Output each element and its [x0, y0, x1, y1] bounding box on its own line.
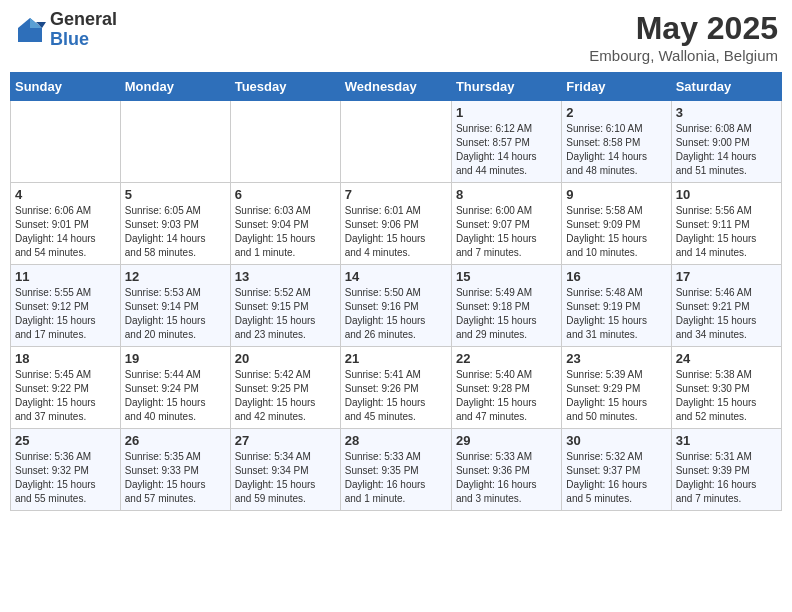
day-number: 22: [456, 351, 557, 366]
cell-w5-d4: 29Sunrise: 5:33 AMSunset: 9:36 PMDayligh…: [451, 429, 561, 511]
day-info: Sunrise: 6:03 AMSunset: 9:04 PMDaylight:…: [235, 204, 336, 260]
cell-w3-d5: 16Sunrise: 5:48 AMSunset: 9:19 PMDayligh…: [562, 265, 671, 347]
cell-w1-d2: [230, 101, 340, 183]
week-row-4: 18Sunrise: 5:45 AMSunset: 9:22 PMDayligh…: [11, 347, 782, 429]
cell-w1-d4: 1Sunrise: 6:12 AMSunset: 8:57 PMDaylight…: [451, 101, 561, 183]
page-header: General Blue May 2025 Embourg, Wallonia,…: [10, 10, 782, 64]
cell-w5-d6: 31Sunrise: 5:31 AMSunset: 9:39 PMDayligh…: [671, 429, 781, 511]
cell-w2-d0: 4Sunrise: 6:06 AMSunset: 9:01 PMDaylight…: [11, 183, 121, 265]
day-info: Sunrise: 5:48 AMSunset: 9:19 PMDaylight:…: [566, 286, 666, 342]
day-number: 29: [456, 433, 557, 448]
day-number: 12: [125, 269, 226, 284]
day-number: 10: [676, 187, 777, 202]
cell-w3-d6: 17Sunrise: 5:46 AMSunset: 9:21 PMDayligh…: [671, 265, 781, 347]
day-number: 14: [345, 269, 447, 284]
day-info: Sunrise: 5:33 AMSunset: 9:36 PMDaylight:…: [456, 450, 557, 506]
day-number: 13: [235, 269, 336, 284]
day-number: 3: [676, 105, 777, 120]
cell-w1-d3: [340, 101, 451, 183]
day-number: 20: [235, 351, 336, 366]
day-info: Sunrise: 5:38 AMSunset: 9:30 PMDaylight:…: [676, 368, 777, 424]
cell-w1-d1: [120, 101, 230, 183]
week-row-5: 25Sunrise: 5:36 AMSunset: 9:32 PMDayligh…: [11, 429, 782, 511]
cell-w5-d5: 30Sunrise: 5:32 AMSunset: 9:37 PMDayligh…: [562, 429, 671, 511]
cell-w2-d4: 8Sunrise: 6:00 AMSunset: 9:07 PMDaylight…: [451, 183, 561, 265]
day-number: 2: [566, 105, 666, 120]
day-number: 16: [566, 269, 666, 284]
day-info: Sunrise: 5:35 AMSunset: 9:33 PMDaylight:…: [125, 450, 226, 506]
day-number: 8: [456, 187, 557, 202]
cell-w4-d2: 20Sunrise: 5:42 AMSunset: 9:25 PMDayligh…: [230, 347, 340, 429]
cell-w2-d6: 10Sunrise: 5:56 AMSunset: 9:11 PMDayligh…: [671, 183, 781, 265]
day-info: Sunrise: 5:56 AMSunset: 9:11 PMDaylight:…: [676, 204, 777, 260]
cell-w5-d3: 28Sunrise: 5:33 AMSunset: 9:35 PMDayligh…: [340, 429, 451, 511]
logo-text: General Blue: [50, 10, 117, 50]
cell-w5-d1: 26Sunrise: 5:35 AMSunset: 9:33 PMDayligh…: [120, 429, 230, 511]
cell-w2-d1: 5Sunrise: 6:05 AMSunset: 9:03 PMDaylight…: [120, 183, 230, 265]
day-info: Sunrise: 5:45 AMSunset: 9:22 PMDaylight:…: [15, 368, 116, 424]
cell-w4-d1: 19Sunrise: 5:44 AMSunset: 9:24 PMDayligh…: [120, 347, 230, 429]
day-number: 31: [676, 433, 777, 448]
title-area: May 2025 Embourg, Wallonia, Belgium: [589, 10, 778, 64]
day-number: 25: [15, 433, 116, 448]
day-info: Sunrise: 5:42 AMSunset: 9:25 PMDaylight:…: [235, 368, 336, 424]
day-number: 6: [235, 187, 336, 202]
logo-general: General: [50, 10, 117, 30]
logo-blue: Blue: [50, 30, 117, 50]
day-number: 5: [125, 187, 226, 202]
cell-w3-d1: 12Sunrise: 5:53 AMSunset: 9:14 PMDayligh…: [120, 265, 230, 347]
cell-w5-d2: 27Sunrise: 5:34 AMSunset: 9:34 PMDayligh…: [230, 429, 340, 511]
day-number: 1: [456, 105, 557, 120]
day-number: 15: [456, 269, 557, 284]
cell-w1-d5: 2Sunrise: 6:10 AMSunset: 8:58 PMDaylight…: [562, 101, 671, 183]
logo-icon: [14, 14, 46, 46]
cell-w1-d0: [11, 101, 121, 183]
cell-w2-d3: 7Sunrise: 6:01 AMSunset: 9:06 PMDaylight…: [340, 183, 451, 265]
day-info: Sunrise: 6:00 AMSunset: 9:07 PMDaylight:…: [456, 204, 557, 260]
cell-w4-d3: 21Sunrise: 5:41 AMSunset: 9:26 PMDayligh…: [340, 347, 451, 429]
calendar-header: Sunday Monday Tuesday Wednesday Thursday…: [11, 73, 782, 101]
header-wednesday: Wednesday: [340, 73, 451, 101]
header-tuesday: Tuesday: [230, 73, 340, 101]
day-info: Sunrise: 5:50 AMSunset: 9:16 PMDaylight:…: [345, 286, 447, 342]
day-number: 23: [566, 351, 666, 366]
day-number: 24: [676, 351, 777, 366]
day-info: Sunrise: 6:05 AMSunset: 9:03 PMDaylight:…: [125, 204, 226, 260]
day-number: 21: [345, 351, 447, 366]
day-number: 27: [235, 433, 336, 448]
logo: General Blue: [14, 10, 117, 50]
day-number: 7: [345, 187, 447, 202]
calendar-body: 1Sunrise: 6:12 AMSunset: 8:57 PMDaylight…: [11, 101, 782, 511]
cell-w3-d2: 13Sunrise: 5:52 AMSunset: 9:15 PMDayligh…: [230, 265, 340, 347]
main-title: May 2025: [589, 10, 778, 47]
day-info: Sunrise: 5:41 AMSunset: 9:26 PMDaylight:…: [345, 368, 447, 424]
cell-w1-d6: 3Sunrise: 6:08 AMSunset: 9:00 PMDaylight…: [671, 101, 781, 183]
day-number: 30: [566, 433, 666, 448]
day-number: 17: [676, 269, 777, 284]
day-number: 26: [125, 433, 226, 448]
day-info: Sunrise: 5:32 AMSunset: 9:37 PMDaylight:…: [566, 450, 666, 506]
day-info: Sunrise: 5:46 AMSunset: 9:21 PMDaylight:…: [676, 286, 777, 342]
cell-w2-d2: 6Sunrise: 6:03 AMSunset: 9:04 PMDaylight…: [230, 183, 340, 265]
day-number: 11: [15, 269, 116, 284]
day-number: 19: [125, 351, 226, 366]
week-row-2: 4Sunrise: 6:06 AMSunset: 9:01 PMDaylight…: [11, 183, 782, 265]
day-info: Sunrise: 5:44 AMSunset: 9:24 PMDaylight:…: [125, 368, 226, 424]
header-sunday: Sunday: [11, 73, 121, 101]
week-row-3: 11Sunrise: 5:55 AMSunset: 9:12 PMDayligh…: [11, 265, 782, 347]
day-info: Sunrise: 5:40 AMSunset: 9:28 PMDaylight:…: [456, 368, 557, 424]
cell-w4-d6: 24Sunrise: 5:38 AMSunset: 9:30 PMDayligh…: [671, 347, 781, 429]
cell-w3-d3: 14Sunrise: 5:50 AMSunset: 9:16 PMDayligh…: [340, 265, 451, 347]
week-row-1: 1Sunrise: 6:12 AMSunset: 8:57 PMDaylight…: [11, 101, 782, 183]
day-info: Sunrise: 6:08 AMSunset: 9:00 PMDaylight:…: [676, 122, 777, 178]
day-info: Sunrise: 6:10 AMSunset: 8:58 PMDaylight:…: [566, 122, 666, 178]
day-number: 28: [345, 433, 447, 448]
day-info: Sunrise: 5:49 AMSunset: 9:18 PMDaylight:…: [456, 286, 557, 342]
day-info: Sunrise: 6:01 AMSunset: 9:06 PMDaylight:…: [345, 204, 447, 260]
day-info: Sunrise: 5:39 AMSunset: 9:29 PMDaylight:…: [566, 368, 666, 424]
header-row: Sunday Monday Tuesday Wednesday Thursday…: [11, 73, 782, 101]
cell-w4-d5: 23Sunrise: 5:39 AMSunset: 9:29 PMDayligh…: [562, 347, 671, 429]
day-info: Sunrise: 6:06 AMSunset: 9:01 PMDaylight:…: [15, 204, 116, 260]
day-info: Sunrise: 5:33 AMSunset: 9:35 PMDaylight:…: [345, 450, 447, 506]
day-number: 18: [15, 351, 116, 366]
